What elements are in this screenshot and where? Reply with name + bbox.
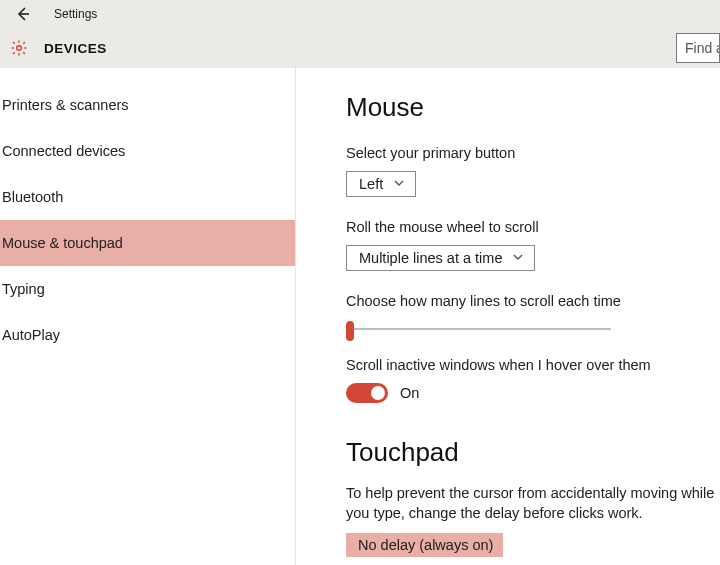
slider-thumb[interactable] <box>346 321 354 341</box>
chevron-down-icon <box>512 250 524 266</box>
back-button[interactable] <box>14 5 32 23</box>
sidebar-item-connected-devices[interactable]: Connected devices <box>0 128 295 174</box>
note-touchpad-delay: To help prevent the cursor from accident… <box>346 484 716 523</box>
toggle-knob <box>371 386 385 400</box>
section-heading-mouse: Mouse <box>346 92 720 123</box>
section-heading-touchpad: Touchpad <box>346 437 720 468</box>
sidebar-item-label: Bluetooth <box>2 189 63 205</box>
gear-icon <box>10 39 28 57</box>
search-placeholder: Find a <box>685 40 720 56</box>
sidebar-item-label: Connected devices <box>2 143 125 159</box>
svg-point-1 <box>17 46 22 51</box>
slider-lines-to-scroll[interactable] <box>346 319 611 339</box>
chevron-down-icon <box>393 176 405 192</box>
sidebar-item-label: Typing <box>2 281 45 297</box>
page-title: DEVICES <box>44 41 107 56</box>
sidebar: Printers & scanners Connected devices Bl… <box>0 68 295 565</box>
dropdown-scroll-wheel[interactable]: Multiple lines at a time <box>346 245 535 271</box>
search-input[interactable]: Find a <box>676 33 720 63</box>
sidebar-item-label: Mouse & touchpad <box>2 235 123 251</box>
label-lines-to-scroll: Choose how many lines to scroll each tim… <box>346 293 720 309</box>
toggle-state-label: On <box>400 385 419 401</box>
sidebar-item-label: AutoPlay <box>2 327 60 343</box>
sidebar-item-bluetooth[interactable]: Bluetooth <box>0 174 295 220</box>
sidebar-item-label: Printers & scanners <box>2 97 129 113</box>
dropdown-primary-button[interactable]: Left <box>346 171 416 197</box>
sidebar-item-mouse-touchpad[interactable]: Mouse & touchpad <box>0 220 295 266</box>
window-title: Settings <box>54 7 97 21</box>
dropdown-value: No delay (always on) <box>358 537 493 553</box>
label-primary-button: Select your primary button <box>346 145 720 161</box>
sidebar-item-printers[interactable]: Printers & scanners <box>0 82 295 128</box>
dropdown-value: Multiple lines at a time <box>359 250 502 266</box>
content-pane: Mouse Select your primary button Left Ro… <box>295 68 720 565</box>
dropdown-touchpad-delay[interactable]: No delay (always on) <box>346 533 503 557</box>
dropdown-value: Left <box>359 176 383 192</box>
sidebar-item-autoplay[interactable]: AutoPlay <box>0 312 295 358</box>
toggle-inactive-windows[interactable] <box>346 383 388 403</box>
sidebar-item-typing[interactable]: Typing <box>0 266 295 312</box>
label-inactive-windows: Scroll inactive windows when I hover ove… <box>346 357 720 373</box>
label-scroll-wheel: Roll the mouse wheel to scroll <box>346 219 720 235</box>
